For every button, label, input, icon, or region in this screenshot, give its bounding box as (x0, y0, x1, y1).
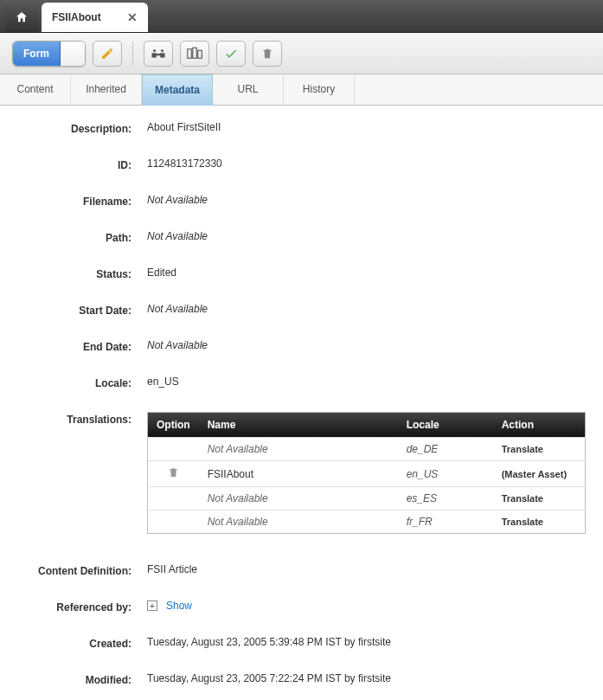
field-filename: Filename: Not Available (17, 194, 586, 208)
field-label: Filename: (17, 194, 147, 208)
devices-icon (187, 47, 202, 61)
field-value: en_US (147, 376, 586, 388)
field-value: Not Available (147, 194, 586, 206)
table-row: Not Availablefr_FRTranslate (148, 511, 586, 534)
toggle-knob (61, 42, 85, 66)
field-referenced-by: Referenced by: + Show (17, 600, 586, 613)
tab-history[interactable]: History (284, 74, 355, 105)
col-locale: Locale (398, 413, 493, 438)
delete-button[interactable] (253, 41, 282, 67)
pencil-icon (100, 47, 114, 61)
tab-inherited[interactable]: Inherited (71, 74, 142, 105)
home-tab[interactable] (5, 3, 38, 32)
field-label: ID: (17, 157, 147, 171)
row-action: (Master Asset) (493, 461, 586, 487)
page-tab-title: FSIIAbout (52, 11, 101, 23)
row-locale: de_DE (398, 438, 493, 461)
field-content-definition: Content Definition: FSII Article (17, 563, 586, 577)
row-locale: es_ES (398, 487, 493, 511)
field-label: Translations: (17, 412, 147, 426)
edit-button[interactable] (93, 41, 122, 67)
field-label: End Date: (17, 339, 147, 353)
svg-rect-2 (198, 50, 202, 58)
show-link[interactable]: Show (166, 600, 192, 612)
toolbar: Form (0, 33, 603, 74)
row-option (148, 438, 199, 461)
field-status: Status: Edited (17, 267, 586, 280)
field-value: Not Available (147, 230, 586, 242)
field-label: Modified: (17, 672, 147, 686)
check-icon (223, 47, 239, 61)
row-name: Not Available (199, 487, 398, 511)
row-action[interactable]: Translate (493, 487, 586, 511)
field-label: Content Definition: (17, 563, 147, 577)
field-label: Path: (17, 230, 147, 244)
field-value: FSII Article (147, 563, 586, 575)
field-path: Path: Not Available (17, 230, 586, 244)
row-name: Not Available (199, 438, 398, 461)
field-label: Created: (17, 636, 147, 650)
field-start-date: Start Date: Not Available (17, 303, 586, 317)
field-description: Description: About FirstSiteII (17, 121, 586, 135)
tab-content[interactable]: Content (0, 74, 71, 105)
home-icon (15, 10, 29, 24)
field-value: Not Available (147, 339, 586, 351)
svg-rect-1 (193, 48, 197, 58)
tab-metadata[interactable]: Metadata (142, 74, 213, 106)
field-locale: Locale: en_US (17, 376, 586, 389)
svg-rect-0 (188, 48, 192, 58)
field-label: Description: (17, 121, 147, 135)
field-value: Not Available (147, 303, 586, 315)
inspect-button[interactable] (144, 41, 173, 67)
field-translations: Translations: Option Name Locale Action … (17, 412, 586, 534)
form-toggle-label: Form (13, 42, 61, 66)
content-tabs: Content Inherited Metadata URL History (0, 74, 603, 106)
row-option (148, 511, 199, 534)
close-icon[interactable]: ✕ (127, 10, 138, 24)
field-label: Status: (17, 267, 147, 280)
row-option[interactable] (148, 461, 199, 487)
translations-container: Option Name Locale Action Not Availabled… (147, 412, 586, 534)
col-action: Action (493, 413, 586, 438)
row-action[interactable]: Translate (493, 438, 586, 461)
table-row: Not Availablede_DETranslate (148, 438, 586, 461)
field-created: Created: Tuesday, August 23, 2005 5:39:4… (17, 636, 586, 650)
field-value: Tuesday, August 23, 2005 7:22:24 PM IST … (147, 672, 586, 684)
field-label: Start Date: (17, 303, 147, 317)
row-name: Not Available (199, 511, 398, 534)
col-option: Option (148, 413, 199, 438)
field-value: Tuesday, August 23, 2005 5:39:48 PM IST … (147, 636, 586, 648)
metadata-panel: Description: About FirstSiteII ID: 11248… (0, 106, 603, 700)
table-row: FSIIAbouten_US(Master Asset) (148, 461, 586, 487)
trash-icon (261, 47, 273, 61)
binoculars-icon (151, 47, 166, 61)
toolbar-separator (132, 42, 133, 66)
row-option (148, 487, 199, 511)
field-id: ID: 1124813172330 (17, 157, 586, 171)
field-end-date: End Date: Not Available (17, 339, 586, 353)
approve-button[interactable] (216, 41, 246, 67)
field-label: Referenced by: (17, 600, 147, 613)
preview-button[interactable] (180, 41, 209, 67)
row-name: FSIIAbout (199, 461, 398, 487)
row-locale: fr_FR (398, 511, 493, 534)
page-tab[interactable]: FSIIAbout ✕ (42, 3, 148, 32)
field-value: Edited (147, 267, 586, 279)
row-action[interactable]: Translate (493, 511, 586, 534)
table-row: Not Availablees_ESTranslate (148, 487, 586, 511)
field-modified: Modified: Tuesday, August 23, 2005 7:22:… (17, 672, 586, 686)
form-view-toggle[interactable]: Form (12, 41, 86, 67)
field-value: About FirstSiteII (147, 121, 586, 133)
col-name: Name (199, 413, 398, 438)
field-value: 1124813172330 (147, 157, 586, 170)
expand-icon[interactable]: + (147, 600, 157, 611)
translations-table: Option Name Locale Action Not Availabled… (147, 412, 586, 534)
field-label: Locale: (17, 376, 147, 389)
window-tabbar: FSIIAbout ✕ (0, 0, 603, 33)
tab-url[interactable]: URL (213, 74, 284, 105)
table-header-row: Option Name Locale Action (148, 413, 586, 438)
trash-icon (168, 466, 179, 478)
field-value: + Show (147, 600, 586, 612)
row-locale: en_US (398, 461, 493, 487)
